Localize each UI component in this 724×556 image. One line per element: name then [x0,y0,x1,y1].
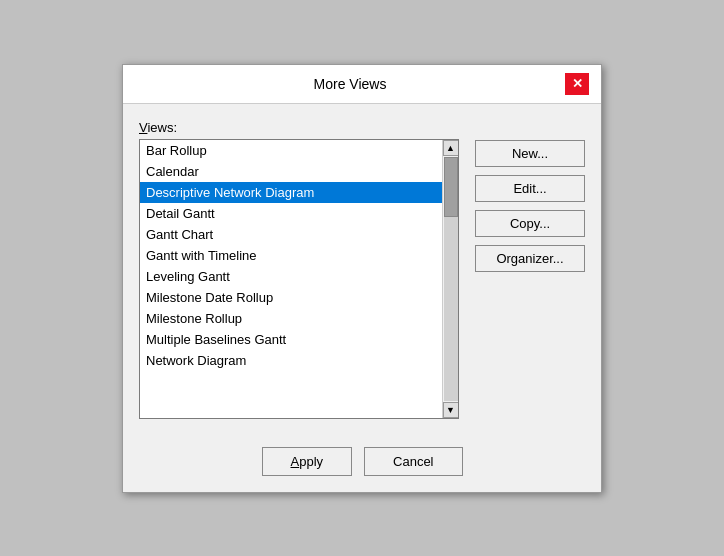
more-views-dialog: More Views ✕ Views: Bar RollupCalendarDe… [122,64,602,493]
views-listbox[interactable]: Bar RollupCalendarDescriptive Network Di… [140,140,442,418]
organizer-button[interactable]: Organizer... [475,245,585,272]
cancel-button[interactable]: Cancel [364,447,462,476]
listbox-container: Bar RollupCalendarDescriptive Network Di… [139,139,459,419]
list-item[interactable]: Calendar [140,161,442,182]
dialog-body: Views: Bar RollupCalendarDescriptive Net… [123,104,601,435]
dialog-footer: Apply Cancel [123,435,601,492]
views-label: Views: [139,120,459,135]
left-panel: Views: Bar RollupCalendarDescriptive Net… [139,120,459,419]
scroll-up-arrow[interactable]: ▲ [443,140,459,156]
copy-button[interactable]: Copy... [475,210,585,237]
list-item[interactable]: Milestone Rollup [140,308,442,329]
scrollbar[interactable]: ▲ ▼ [442,140,458,418]
list-item[interactable]: Leveling Gantt [140,266,442,287]
list-item[interactable]: Gantt Chart [140,224,442,245]
scroll-down-arrow[interactable]: ▼ [443,402,459,418]
list-item[interactable]: Multiple Baselines Gantt [140,329,442,350]
scroll-thumb [444,157,458,217]
list-item[interactable]: Gantt with Timeline [140,245,442,266]
apply-button[interactable]: Apply [262,447,353,476]
list-item[interactable]: Detail Gantt [140,203,442,224]
new-button[interactable]: New... [475,140,585,167]
edit-button[interactable]: Edit... [475,175,585,202]
list-item[interactable]: Milestone Date Rollup [140,287,442,308]
right-panel: New... Edit... Copy... Organizer... [475,120,585,419]
title-bar: More Views ✕ [123,65,601,104]
scroll-track [444,157,458,401]
list-item[interactable]: Descriptive Network Diagram [140,182,442,203]
list-item[interactable]: Network Diagram [140,350,442,371]
dialog-title: More Views [135,76,565,92]
close-button[interactable]: ✕ [565,73,589,95]
list-item[interactable]: Bar Rollup [140,140,442,161]
apply-label: Apply [291,454,324,469]
